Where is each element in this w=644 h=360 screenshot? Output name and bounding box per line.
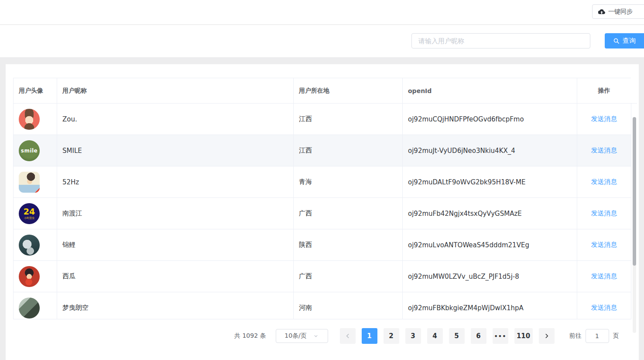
- openid-value: oj92muFBKbkgieZM4pWjDwlX1hpA: [403, 292, 577, 320]
- chevron-right-icon: [543, 332, 550, 339]
- header-gutter: [631, 78, 637, 104]
- avatar-text: smile: [21, 148, 38, 153]
- openid-value: oj92muMW0LZVv_uBcZ_PJF1d5j-8: [403, 261, 577, 292]
- send-message-link[interactable]: 发送消息: [591, 272, 617, 280]
- user-nickname: 52Hz: [57, 166, 294, 198]
- page-size-select[interactable]: 10条/页: [276, 329, 328, 343]
- user-location: 陕西: [294, 229, 403, 261]
- column-header-actions: 操作: [577, 78, 631, 104]
- prev-page-button[interactable]: [340, 328, 356, 344]
- page-button-110[interactable]: 110: [514, 328, 533, 344]
- query-button-label: 查询: [623, 37, 636, 45]
- next-page-button[interactable]: [539, 328, 555, 344]
- chevron-left-icon: [344, 332, 351, 339]
- cartoon-boy-rounded-square: [19, 172, 40, 193]
- cloud-upload-icon: [598, 8, 605, 15]
- green-plant-photo: [19, 298, 40, 318]
- page: 一键同步 查询: [0, 0, 644, 360]
- send-message-link[interactable]: 发送消息: [591, 209, 617, 217]
- openid-value: oj92muLvoANTOWeaS45dddm21VEg: [403, 229, 577, 261]
- send-message-link[interactable]: 发送消息: [591, 304, 617, 312]
- table-row: 西瓜 广西 oj92muMW0LZVv_uBcZ_PJF1d5j-8 发送消息: [14, 261, 631, 292]
- column-header-nickname: 用户昵称: [57, 78, 294, 104]
- page-button-4[interactable]: 4: [427, 328, 443, 344]
- openid-value: oj92muFb42Ngjx4tsxQyVyGSMAzE: [403, 198, 577, 229]
- user-location: 河南: [294, 292, 403, 320]
- query-button[interactable]: 查询: [605, 33, 644, 48]
- one-click-sync-button[interactable]: 一键同步: [592, 4, 644, 19]
- top-bar: 一键同步: [0, 0, 644, 25]
- user-nickname: Zou.: [57, 104, 294, 135]
- pagination: 共 1092 条 10条/页 12345: [234, 328, 619, 344]
- chevron-down-icon: [313, 333, 319, 339]
- table-body: Zou. 江西 oj92muCQjHNDFPfeOGvd6fbcpFmo 发送消…: [14, 104, 631, 320]
- more-pages-button[interactable]: •••: [493, 328, 508, 344]
- content-area: 用户头像 用户昵称 用户所在地 openId 操作 Zou. 江西 oj92mu…: [0, 57, 644, 360]
- goto-suffix-label: 页: [613, 332, 619, 340]
- user-nickname: 西瓜: [57, 261, 294, 292]
- table-row: Zou. 江西 oj92muCQjHNDFPfeOGvd6fbcpFmo 发送消…: [14, 104, 631, 135]
- user-location: 广西: [294, 261, 403, 292]
- page-buttons: 123456•••110: [362, 328, 539, 344]
- openid-value: oj92muDALtF9oWvG2bk95H18V-ME: [403, 166, 577, 198]
- avatar-subtext: 小时营业: [24, 217, 34, 219]
- scrollbar-thumb[interactable]: [633, 117, 636, 266]
- page-button-1[interactable]: 1: [362, 328, 377, 344]
- goto-page: 前往 页: [569, 329, 619, 343]
- grey-parakeet-photo: [19, 235, 40, 256]
- search-bar: 查询: [0, 25, 644, 57]
- search-icon: [613, 38, 620, 44]
- table-row: 梦曳朗空 河南 oj92muFBKbkgieZM4pWjDwlX1hpA 发送消…: [14, 292, 631, 320]
- avatar-text: 24: [24, 208, 35, 216]
- user-nickname: 锦鲤: [57, 229, 294, 261]
- table-row: smile SMILE 江西 oj92muJt-VyUD6jNeo3Nkiu4K…: [14, 135, 631, 166]
- user-location: 广西: [294, 198, 403, 229]
- send-message-link[interactable]: 发送消息: [591, 115, 617, 123]
- user-table: 用户头像 用户昵称 用户所在地 openId 操作 Zou. 江西 oj92mu…: [13, 78, 637, 319]
- column-header-avatar: 用户头像: [14, 78, 57, 104]
- cartoon-woman-on-coral-background: [19, 109, 40, 130]
- smile-text-on-grass: smile: [19, 140, 40, 161]
- user-nickname: SMILE: [57, 135, 294, 166]
- 24-hours-open-sign: 24 小时营业: [19, 203, 40, 224]
- openid-value: oj92muJt-VyUD6jNeo3Nkiu4KX_4: [403, 135, 577, 166]
- openid-value: oj92muCQjHNDFPfeOGvd6fbcpFmo: [403, 104, 577, 135]
- user-nickname: 梦曳朗空: [57, 292, 294, 320]
- user-location: 江西: [294, 135, 403, 166]
- column-header-openid: openId: [403, 78, 577, 104]
- table-row: 24 小时营业 南渡江 广西 oj92muFb42Ngjx4tsxQyVyGSM…: [14, 198, 631, 229]
- column-header-location: 用户所在地: [294, 78, 403, 104]
- nickname-search-input[interactable]: [411, 33, 590, 48]
- page-button-6[interactable]: 6: [471, 328, 486, 344]
- user-location: 青海: [294, 166, 403, 198]
- table-header-row: 用户头像 用户昵称 用户所在地 openId 操作: [14, 78, 631, 104]
- user-location: 江西: [294, 104, 403, 135]
- send-message-link[interactable]: 发送消息: [591, 178, 617, 186]
- table-card: 用户头像 用户昵称 用户所在地 openId 操作 Zou. 江西 oj92mu…: [6, 64, 639, 360]
- goto-page-input[interactable]: [586, 329, 609, 343]
- total-count-label: 共 1092 条: [234, 332, 266, 340]
- table-row: 锦鲤 陕西 oj92muLvoANTOWeaS45dddm21VEg 发送消息: [14, 229, 631, 261]
- table-row: 52Hz 青海 oj92muDALtF9oWvG2bk95H18V-ME 发送消…: [14, 166, 631, 198]
- goto-prefix-label: 前往: [569, 332, 582, 340]
- send-message-link[interactable]: 发送消息: [591, 241, 617, 249]
- page-button-3[interactable]: 3: [405, 328, 421, 344]
- send-message-link[interactable]: 发送消息: [591, 146, 617, 154]
- page-button-5[interactable]: 5: [449, 328, 465, 344]
- user-nickname: 南渡江: [57, 198, 294, 229]
- cartoon-girl-with-koi-on-red: [19, 266, 40, 287]
- table-scrollbar[interactable]: [633, 117, 636, 333]
- page-size-label: 10条/页: [284, 332, 307, 340]
- page-button-2[interactable]: 2: [384, 328, 399, 344]
- sync-button-label: 一键同步: [608, 8, 633, 16]
